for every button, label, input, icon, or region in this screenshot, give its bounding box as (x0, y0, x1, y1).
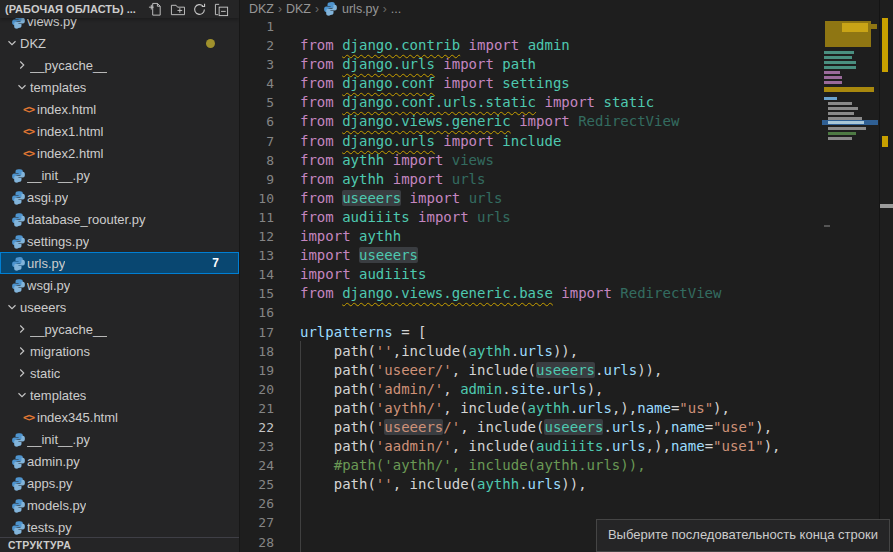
html-file-icon: <> (20, 103, 37, 116)
breadcrumb-item[interactable]: urls.py (323, 1, 379, 16)
line-number: 10 (241, 189, 274, 208)
code-text: urlpatterns = [ (300, 323, 426, 342)
code-line-16[interactable]: 16 (241, 303, 821, 322)
code-text: path('aadmin/', include(audiiits.urls,),… (300, 437, 781, 456)
python-file-icon (10, 520, 27, 535)
code-line-18[interactable]: 18 path('',include(aythh.urls)), (241, 342, 821, 361)
line-number: 15 (241, 284, 274, 303)
tree-item-useeers[interactable]: useeers (0, 296, 239, 318)
tree-item-index2-html[interactable]: <>index2.html (0, 142, 239, 164)
new-file-icon[interactable] (148, 2, 163, 17)
code-line-8[interactable]: 8from aythh import views (241, 151, 821, 170)
workspace-section-header[interactable]: (РАБОЧАЯ ОБЛАСТЬ) ... (0, 0, 239, 18)
tree-item-static[interactable]: static (0, 362, 239, 384)
code-line-9[interactable]: 9from aythh import urls (241, 170, 821, 189)
code-line-13[interactable]: 13import useeers (241, 246, 821, 265)
tree-item-admin-py[interactable]: admin.py (0, 450, 239, 472)
code-line-10[interactable]: 10from useeers import urls (241, 189, 821, 208)
tree-item--pycache-[interactable]: __pycache__ (0, 318, 239, 340)
python-file-icon (10, 476, 27, 491)
html-file-icon: <> (20, 125, 37, 138)
tree-item-label: asgi.py (27, 190, 68, 205)
line-number: 21 (241, 399, 274, 418)
tree-item-migrations[interactable]: migrations (0, 340, 239, 362)
breadcrumb-item[interactable]: DKZ (249, 2, 274, 16)
breadcrumb-item[interactable]: ... (391, 2, 401, 16)
workspace-title: (РАБОЧАЯ ОБЛАСТЬ) ... (5, 3, 148, 15)
code-line-3[interactable]: 3from django.urls import path (241, 55, 821, 74)
file-tree: views.pyDKZ__pycache__templates<>index.h… (0, 18, 239, 537)
refresh-icon[interactable] (192, 2, 207, 17)
minimap-code-bar (824, 81, 842, 84)
tree-item-models-py[interactable]: models.py (0, 494, 239, 516)
tree-item-wsgi-py[interactable]: wsgi.py (0, 274, 239, 296)
tree-item-label: __pycache__ (30, 58, 107, 73)
new-folder-icon[interactable] (170, 2, 185, 17)
minimap[interactable] (822, 17, 878, 277)
tree-item--init-py[interactable]: __init__.py (0, 164, 239, 186)
code-line-21[interactable]: 21 path('aythh/', include(aythh.urls,),n… (241, 399, 821, 418)
tree-item-index345-html[interactable]: <>index345.html (0, 406, 239, 428)
tree-item-index1-html[interactable]: <>index1.html (0, 120, 239, 142)
statusbar-tooltip: Выберите последовательность конца строки (596, 519, 890, 552)
tree-item-label: admin.py (27, 454, 80, 469)
code-area[interactable]: 12from django.contrib import admin3from … (241, 17, 821, 552)
code-text: from django.conf.urls.static import stat… (300, 93, 654, 112)
line-number: 12 (241, 227, 274, 246)
tree-item-tests-py[interactable]: tests.py (0, 516, 239, 537)
code-line-4[interactable]: 4from django.conf import settings (241, 74, 821, 93)
tree-item-label: tests.py (27, 520, 72, 535)
code-text: from django.urls import include (300, 132, 561, 151)
tree-item-templates[interactable]: templates (0, 384, 239, 406)
tree-item--pycache-[interactable]: __pycache__ (0, 54, 239, 76)
code-line-6[interactable]: 6from django.views.generic import Redire… (241, 112, 821, 131)
code-line-17[interactable]: 17urlpatterns = [ (241, 323, 821, 342)
code-line-25[interactable]: 25 path('', include(aythh.urls)), (241, 475, 821, 494)
breadcrumb-label: urls.py (342, 2, 379, 16)
tree-item-label: index2.html (37, 146, 103, 161)
tree-item-database-roouter-py[interactable]: database_roouter.py (0, 208, 239, 230)
breadcrumb-item[interactable]: DKZ (286, 2, 311, 16)
code-line-20[interactable]: 20 path('admin/', admin.site.urls), (241, 380, 821, 399)
code-line-11[interactable]: 11from audiiits import urls (241, 208, 821, 227)
code-line-7[interactable]: 7from django.urls import include (241, 132, 821, 151)
tree-item-label: migrations (30, 344, 90, 359)
editor-pane: DKZ›DKZ›urls.py›... 12from django.contri… (241, 0, 893, 552)
code-line-1[interactable]: 1 (241, 17, 821, 36)
python-file-icon (10, 168, 27, 183)
tree-item-settings-py[interactable]: settings.py (0, 230, 239, 252)
code-line-2[interactable]: 2from django.contrib import admin (241, 36, 821, 55)
overview-ruler-scrollbar[interactable] (880, 0, 893, 552)
code-line-26[interactable]: 26 (241, 494, 821, 513)
code-line-5[interactable]: 5from django.conf.urls.static import sta… (241, 93, 821, 112)
tree-item-dkz[interactable]: DKZ (0, 32, 239, 54)
code-text: from django.contrib import admin (300, 36, 570, 55)
tree-item-apps-py[interactable]: apps.py (0, 472, 239, 494)
tree-item-index-html[interactable]: <>index.html (0, 98, 239, 120)
code-text: import useeers (300, 246, 418, 265)
line-number: 26 (241, 494, 274, 513)
chevron-down-icon (4, 36, 20, 50)
code-line-14[interactable]: 14import audiiits (241, 265, 821, 284)
code-line-23[interactable]: 23 path('aadmin/', include(audiiits.urls… (241, 437, 821, 456)
code-text: from useeers import urls (300, 189, 502, 208)
outline-section-header[interactable]: СТРУКТУРА (0, 537, 239, 552)
python-file-icon (10, 18, 27, 29)
tree-item-views-py[interactable]: views.py (0, 18, 239, 32)
code-line-15[interactable]: 15from django.views.generic.base import … (241, 284, 821, 303)
tree-item-templates[interactable]: templates (0, 76, 239, 98)
chevron-right-icon (14, 366, 30, 380)
code-line-19[interactable]: 19 path('useeer/', include(useeers.urls)… (241, 361, 821, 380)
tree-item-asgi-py[interactable]: asgi.py (0, 186, 239, 208)
tooltip-text: Выберите последовательность конца строки (608, 527, 878, 542)
code-line-24[interactable]: 24 #path('aythh/', include(aythh.urls)), (241, 456, 821, 475)
minimap-code-bar (828, 121, 864, 124)
tree-item-label: __pycache__ (30, 322, 107, 337)
minimap-code-bar (828, 112, 854, 115)
collapse-all-icon[interactable] (214, 2, 229, 17)
line-number: 4 (241, 74, 274, 93)
code-line-12[interactable]: 12import aythh (241, 227, 821, 246)
tree-item-urls-py[interactable]: urls.py7 (0, 252, 239, 274)
tree-item--init-py[interactable]: __init__.py (0, 428, 239, 450)
code-line-22[interactable]: 22 path('useeers/', include(useeers.urls… (241, 418, 821, 437)
